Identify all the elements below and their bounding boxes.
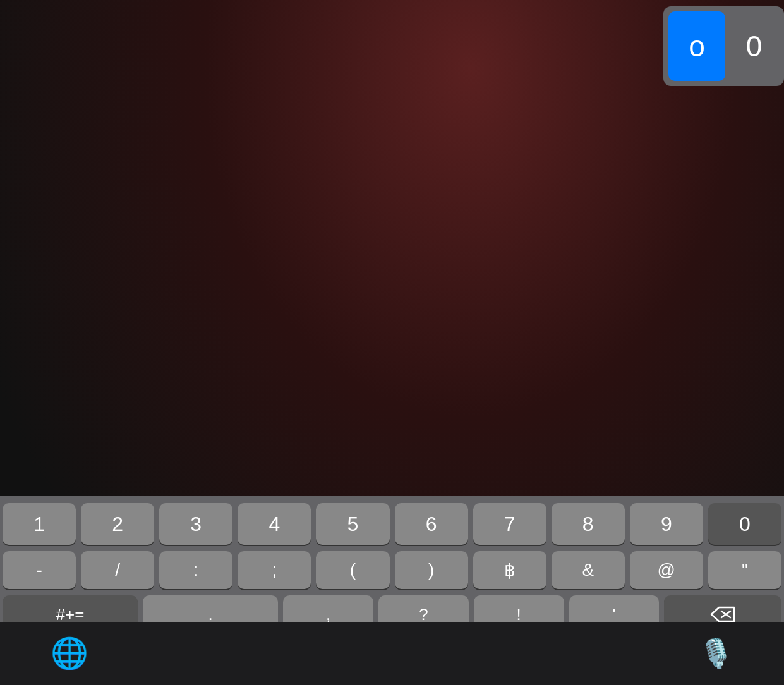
key-dash[interactable]: - xyxy=(3,551,76,589)
key-slash[interactable]: / xyxy=(81,551,154,589)
key-close-paren[interactable]: ) xyxy=(395,551,468,589)
key-1[interactable]: 1 xyxy=(3,503,76,545)
key-3[interactable]: 3 xyxy=(159,503,232,545)
key-colon[interactable]: : xyxy=(159,551,232,589)
popup-key-inactive[interactable]: 0 xyxy=(730,11,778,81)
popup-inactive-label: 0 xyxy=(746,29,763,63)
key-at[interactable]: @ xyxy=(630,551,703,589)
key-semicolon[interactable]: ; xyxy=(238,551,311,589)
key-2[interactable]: 2 xyxy=(81,503,154,545)
number-row: 1 2 3 4 5 6 7 8 9 0 xyxy=(3,503,781,545)
key-5[interactable]: 5 xyxy=(316,503,389,545)
key-popup: o 0 xyxy=(663,6,784,86)
key-ampersand[interactable]: & xyxy=(552,551,625,589)
key-open-paren[interactable]: ( xyxy=(316,551,389,589)
key-8[interactable]: 8 xyxy=(552,503,625,545)
key-0[interactable]: 0 xyxy=(708,503,781,545)
key-9[interactable]: 9 xyxy=(630,503,703,545)
popup-key-active[interactable]: o xyxy=(668,11,725,81)
bottom-bar: 🌐 🎙️ xyxy=(0,622,784,685)
popup-active-label: o xyxy=(689,29,705,63)
microphone-icon[interactable]: 🎙️ xyxy=(699,637,733,670)
key-quote[interactable]: " xyxy=(708,551,781,589)
key-6[interactable]: 6 xyxy=(395,503,468,545)
symbol-row-1: - / : ; ( ) ฿ & @ " xyxy=(3,551,781,589)
key-4[interactable]: 4 xyxy=(238,503,311,545)
globe-icon[interactable]: 🌐 xyxy=(51,636,88,671)
delete-icon xyxy=(710,605,735,624)
key-7[interactable]: 7 xyxy=(473,503,546,545)
key-baht[interactable]: ฿ xyxy=(473,551,546,589)
